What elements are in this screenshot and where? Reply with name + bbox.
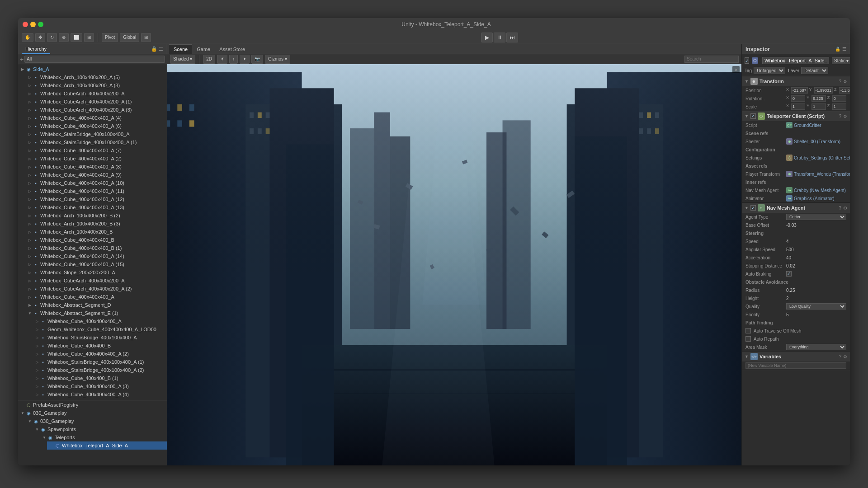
hierarchy-add-icon[interactable]: + <box>20 56 24 63</box>
rotation-z-field[interactable]: 0 <box>832 95 846 102</box>
static-badge[interactable]: Static ▾ <box>832 57 850 64</box>
hierarchy-menu-icon[interactable]: ☰ <box>159 46 163 52</box>
list-item[interactable]: ▷ ▪ Whitebox_StairsBridge_400x100x400_A … <box>33 358 167 366</box>
list-item[interactable]: ▷ ▪ Geom_Whitebox_Cube_400x400x400_A_LOD… <box>33 325 167 333</box>
scene-search-input[interactable] <box>684 56 739 63</box>
global-toggle[interactable]: Global <box>120 33 139 42</box>
selected-tree-item[interactable]: ⬡ Whitebox_Teleport_A_Side_A <box>47 441 167 450</box>
variables-settings-icon[interactable]: ⚙ <box>843 354 847 359</box>
rotation-y-field[interactable]: 9.225 <box>811 95 826 102</box>
close-button[interactable] <box>23 22 28 27</box>
list-item[interactable]: ▼ ▪ Whitebox_Abstract_Segment_E (1) <box>25 309 167 317</box>
list-item[interactable]: ▼ ◉ Spawnpoints <box>33 425 167 433</box>
auto-traverse-checkbox[interactable] <box>745 328 751 333</box>
asset-store-tab[interactable]: Asset Store <box>215 44 250 54</box>
hierarchy-tree[interactable]: ▶ ◉ Side_A ▷ ▪ Whitebox_Arch_100x400x200… <box>18 64 167 465</box>
list-item[interactable]: ▷ ▪ Whitebox_CubeArch_400x400x200_A <box>25 277 167 285</box>
teleporter-enabled[interactable]: ✓ <box>750 113 756 119</box>
agent-type-dropdown[interactable]: Critter <box>786 214 846 220</box>
pause-button[interactable]: ⏸ <box>494 33 505 42</box>
rotation-x-field[interactable]: 0 <box>791 95 805 102</box>
list-item[interactable]: ▷ ▪ Whitebox_Cube_400x400x400_A (13) <box>25 203 167 211</box>
height-value[interactable]: 2 <box>786 296 846 301</box>
grid-toggle[interactable]: ⊞ <box>141 33 151 42</box>
scale-tool[interactable]: ⊕ <box>59 33 69 42</box>
list-item[interactable]: ▷ ▪ Whitebox_Arch_100x400x200_A (8) <box>25 81 167 89</box>
list-item[interactable]: ▷ ▪ Whitebox_Cube_400x400x400_B <box>25 236 167 244</box>
scene-tab[interactable]: Scene <box>169 44 192 54</box>
list-item[interactable]: ⬡ PrefabAssetRegistry <box>18 401 167 409</box>
list-item[interactable]: ▷ ▪ Whitebox_CubeArch_400x400x200_A <box>25 89 167 98</box>
hand-tool[interactable]: ✋ <box>22 33 33 42</box>
rect-tool[interactable]: ⬜ <box>71 33 82 42</box>
quality-dropdown[interactable]: Low Quality Medium Quality High Quality <box>786 303 846 310</box>
position-z-field[interactable]: -11.6397 <box>839 87 850 94</box>
list-item[interactable]: ▷ ▪ Whitebox_CubeArch_400x400x200_A (3) <box>25 106 167 114</box>
list-item[interactable]: ▷ ▪ Whitebox_StairsBridge_400x100x400_A … <box>25 138 167 146</box>
list-item[interactable]: ▷ ▪ Whitebox_Slope_200x200x200_A <box>25 268 167 277</box>
nav-enabled[interactable]: ✓ <box>750 205 756 211</box>
list-item[interactable]: ▶ ▪ Whitebox_Abstract_Segment_D <box>25 301 167 309</box>
tag-dropdown[interactable]: Untagged <box>754 67 785 74</box>
list-item[interactable]: ▷ ▪ Whitebox_Cube_400x400_B (1) <box>33 374 167 382</box>
teleporter-help-icon[interactable]: ? <box>839 114 841 119</box>
priority-value[interactable]: 5 <box>786 312 846 317</box>
scale-y-field[interactable]: 1 <box>811 103 826 110</box>
new-variable-input[interactable] <box>745 362 846 369</box>
variables-help-icon[interactable]: ? <box>839 354 841 359</box>
auto-braking-checkbox[interactable]: ✓ <box>786 271 792 277</box>
shading-dropdown[interactable]: Shaded ▾ <box>170 55 195 64</box>
minimize-button[interactable] <box>30 22 36 27</box>
list-item[interactable]: ▷ ▪ Whitebox_Cube_400x400x400_A (11) <box>25 187 167 195</box>
play-button[interactable]: ▶ <box>481 33 493 42</box>
move-tool[interactable]: ✥ <box>35 33 45 42</box>
auto-repath-checkbox[interactable] <box>745 336 751 342</box>
list-item[interactable]: ▷ ▪ Whitebox_Cube_400x400x400_A (15) <box>25 260 167 268</box>
list-item[interactable]: ▷ ▪ Whitebox_Cube_400x400x400_A (10) <box>25 179 167 187</box>
scale-z-field[interactable]: 1 <box>832 103 846 110</box>
list-item[interactable]: ▷ ▪ Whitebox_CubeArch_400x400x200_A (2) <box>25 285 167 293</box>
list-item[interactable]: ▷ ▪ Whitebox_Cube_400x400x400_A (12) <box>25 195 167 203</box>
variables-header[interactable]: ▼ </> Variables ? ⚙ <box>742 352 850 361</box>
acceleration-value[interactable]: 40 <box>786 255 846 260</box>
list-item[interactable]: ▷ ▪ Whitebox_Cube_400x400x400_A (9) <box>25 171 167 179</box>
help-icon[interactable]: ? <box>839 79 841 84</box>
nav-help-icon[interactable]: ? <box>839 206 841 211</box>
fx-toggle[interactable]: ✦ <box>240 55 250 64</box>
list-item[interactable]: ▷ ▪ Whitebox_Arch_100x400x200_B <box>25 228 167 236</box>
nav-mesh-agent-header[interactable]: ▼ ✓ ⊙ Nav Mesh Agent ? ⚙ <box>742 203 850 213</box>
list-item[interactable]: ▷ ▪ Whitebox_Cube_400x400x400_A (2) <box>25 155 167 163</box>
scene-viewport[interactable]: ✕ <box>167 64 741 465</box>
teleporter-client-header[interactable]: ▼ ✓ ⬡ Teleporter Client (Script) ? ⚙ <box>742 111 850 121</box>
active-toggle[interactable]: ✓ <box>745 57 749 64</box>
scene-camera[interactable]: 📷 <box>251 55 263 64</box>
inspector-menu-icon[interactable]: ☰ <box>842 47 846 52</box>
position-y-field[interactable]: -1.99031 <box>814 87 833 94</box>
tree-item-side-a[interactable]: ▶ ◉ Side_A <box>18 65 167 73</box>
inspector-lock-icon[interactable]: 🔒 <box>835 47 840 52</box>
maximize-button[interactable] <box>38 22 43 27</box>
base-offset-value[interactable]: -0.03 <box>786 223 846 228</box>
lighting-toggle[interactable]: ☀ <box>217 55 227 64</box>
component-settings-icon[interactable]: ⚙ <box>843 79 847 84</box>
list-item[interactable]: ▷ ▪ Whitebox_CubeArch_400x400x200_A (1) <box>25 98 167 106</box>
list-item[interactable]: ▷ ▪ Whitebox_StairsBridge_400x100x400_A … <box>33 366 167 374</box>
position-x-field[interactable]: -21.687 <box>791 87 808 94</box>
static-dropdown-icon[interactable]: ▾ <box>846 58 849 63</box>
pivot-toggle[interactable]: Pivot <box>102 33 118 42</box>
list-item[interactable]: ▷ ▪ Whitebox_Cube_400x400x400_A <box>25 293 167 301</box>
rotate-tool[interactable]: ↻ <box>47 33 57 42</box>
list-item[interactable]: ▷ ▪ Whitebox_Arch_100x400x200_B (3) <box>25 220 167 228</box>
list-item[interactable]: ▷ ▪ Whitebox_Cube_400x400x400_A (14) <box>25 252 167 260</box>
stopping-distance-value[interactable]: 0.02 <box>786 263 846 268</box>
list-item[interactable]: ▷ ▪ Whitebox_Cube_400x400x400_A (4) <box>25 114 167 122</box>
radius-value[interactable]: 0.25 <box>786 288 846 293</box>
gizmos-dropdown[interactable]: Gizmos ▾ <box>265 55 290 64</box>
hierarchy-lock-icon[interactable]: 🔒 <box>151 46 157 52</box>
gameobject-name-input[interactable] <box>762 57 829 64</box>
list-item[interactable]: ▷ ▪ Whitebox_StairsBridge_400x100x400_A <box>25 130 167 138</box>
list-item[interactable]: ▷ ▪ Whitebox_Cube_400x400x400_A <box>33 317 167 325</box>
list-item[interactable]: ▷ ▪ Whitebox_Arch_100x400x200_A (5) <box>25 73 167 81</box>
area-mask-dropdown[interactable]: Everything Nothing <box>786 344 846 350</box>
transform-header[interactable]: ▼ ⊕ Transform ? ⚙ <box>742 76 850 86</box>
